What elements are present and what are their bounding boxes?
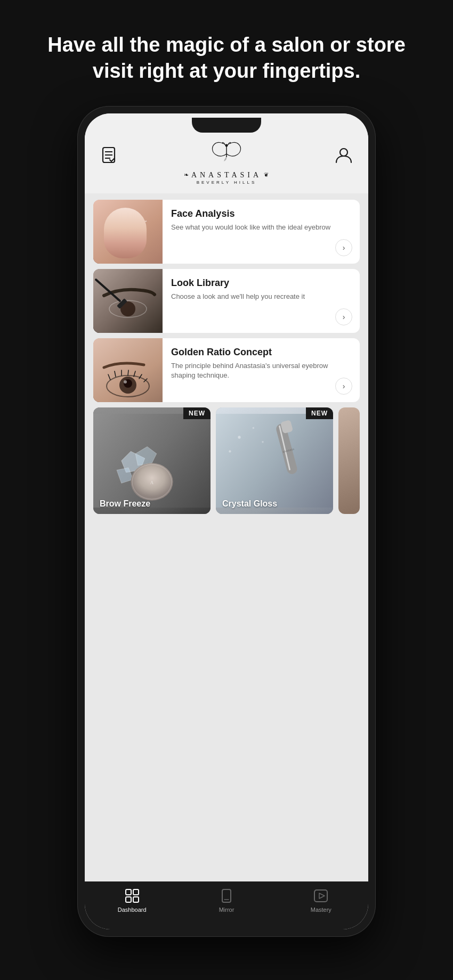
svg-point-20 [124,380,127,383]
bottom-nav: Dashboard Mirror Mastery [85,881,368,929]
look-library-title: Look Library [171,277,353,289]
notch [192,118,261,133]
nav-mirror-label: Mirror [219,907,234,913]
app-content: Face Analysis See what you would look li… [85,193,368,881]
face-analysis-title: Face Analysis [171,208,353,219]
svg-point-42 [229,450,231,452]
svg-line-8 [109,232,147,242]
product-row: A NEW Brow Freeze [93,407,360,514]
hero-tagline: Have all the magic of a salon or store v… [0,0,453,106]
brow-freeze-image: A [93,407,211,514]
svg-line-24 [128,370,128,375]
svg-point-9 [115,244,141,257]
svg-line-7 [109,221,147,232]
golden-ratio-info: Golden Ratio Concept The principle behin… [163,338,360,402]
brand-sub: BEVERLY HILLS [184,180,269,185]
header-icons-row [98,141,355,169]
svg-text:A: A [150,480,154,485]
profile-icon[interactable] [332,143,355,167]
brow-freeze-badge: NEW [183,407,211,419]
svg-rect-50 [314,890,327,902]
look-library-card[interactable]: Look Library Choose a look and we'll hel… [93,269,360,333]
face-analysis-desc: See what you would look like with the id… [171,223,353,232]
svg-rect-48 [222,889,231,902]
phone-screen: ❧ ANASTASIA ❦ BEVERLY HILLS [85,113,368,929]
phone-mockup: ❧ ANASTASIA ❦ BEVERLY HILLS [77,106,376,937]
app-header: ❧ ANASTASIA ❦ BEVERLY HILLS [85,135,368,193]
third-product-peek [338,407,360,514]
crystal-gloss-image: anastasia [216,407,333,514]
golden-ratio-card[interactable]: Golden Ratio Concept The principle behin… [93,338,360,402]
face-analysis-card[interactable]: Face Analysis See what you would look li… [93,200,360,264]
face-analysis-info: Face Analysis See what you would look li… [163,200,360,264]
svg-rect-44 [126,889,131,895]
svg-rect-46 [126,897,131,902]
golden-ratio-image [93,338,163,402]
svg-point-41 [253,427,255,429]
svg-rect-45 [133,889,139,895]
look-library-desc: Choose a look and we'll help you recreat… [171,292,353,301]
golden-ratio-desc: The principle behind Anastasia's univers… [171,361,353,380]
svg-rect-6 [93,200,163,264]
face-analysis-arrow[interactable]: › [335,239,352,256]
svg-point-43 [262,441,264,443]
nav-dashboard[interactable]: Dashboard [85,888,179,913]
svg-point-4 [225,144,228,146]
golden-ratio-arrow[interactable]: › [335,378,352,395]
crystal-gloss-badge: NEW [306,407,333,419]
svg-marker-51 [319,893,325,899]
svg-rect-11 [93,269,163,333]
brow-freeze-card[interactable]: A NEW Brow Freeze [93,407,211,514]
crystal-gloss-label: Crystal Gloss [222,499,277,509]
nav-mastery[interactable]: Mastery [274,888,368,913]
face-analysis-image [93,200,163,264]
crystal-gloss-card[interactable]: anastasia NEW Crystal Gloss [216,407,333,514]
checklist-icon[interactable] [98,143,121,167]
look-library-arrow[interactable]: › [335,308,352,325]
svg-point-5 [340,149,347,156]
svg-point-40 [238,436,240,438]
notch-area [85,113,368,135]
brand-name: ANASTASIA [191,171,262,179]
nav-dashboard-label: Dashboard [118,907,147,913]
svg-rect-35 [216,414,333,508]
look-library-info: Look Library Choose a look and we'll hel… [163,269,360,333]
nav-mastery-label: Mastery [311,907,331,913]
golden-ratio-title: Golden Ratio Concept [171,347,353,358]
brow-freeze-label: Brow Freeze [100,499,150,509]
nav-mirror[interactable]: Mirror [179,888,273,913]
svg-rect-47 [133,897,139,902]
look-library-image [93,269,163,333]
brand-name-container: ❧ ANASTASIA ❦ BEVERLY HILLS [184,171,269,185]
brand-logo [208,141,245,169]
svg-point-10 [124,246,132,255]
